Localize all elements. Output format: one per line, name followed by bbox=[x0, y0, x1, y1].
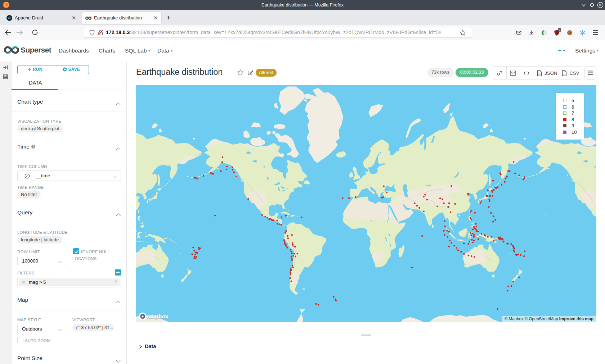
svg-text:mapbox: mapbox bbox=[147, 313, 169, 319]
svg-text:x: x bbox=[563, 73, 565, 75]
